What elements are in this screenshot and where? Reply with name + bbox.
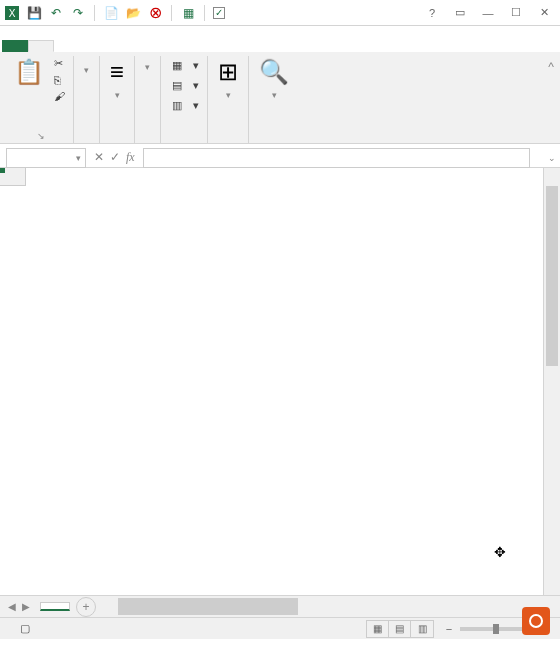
accept-formula-icon[interactable]: ✓	[110, 150, 120, 165]
zoom-controls: − +	[442, 623, 552, 635]
quick-access-toolbar: X 💾 ↶ ↷ 📄 📂 ⊗ ▦ ✓	[4, 5, 231, 21]
redo-icon[interactable]: ↷	[70, 5, 86, 21]
cell-styles-button[interactable]: ▥ ▾	[167, 96, 201, 114]
find-icon: 🔍	[259, 58, 289, 86]
paste-button[interactable]: 📋	[10, 56, 48, 90]
cells-button[interactable]: ⊞ ▾	[214, 56, 242, 102]
sheet-prev-icon[interactable]: ◀	[8, 601, 16, 612]
group-clipboard: 📋 ✂ ⎘ 🖌 ↘	[4, 56, 74, 143]
tab-insert[interactable]	[54, 40, 80, 52]
group-number: ▾	[135, 56, 161, 143]
fx-icon[interactable]: fx	[126, 150, 135, 165]
excel-icon[interactable]: X	[4, 5, 20, 21]
editing-button[interactable]: 🔍 ▾	[255, 56, 293, 102]
svg-text:X: X	[9, 8, 16, 19]
conditional-format-button[interactable]: ▦ ▾	[167, 56, 201, 74]
ribbon-options-icon[interactable]: ▭	[448, 4, 472, 22]
view-buttons: ▦ ▤ ▥	[366, 620, 434, 638]
sheet-tabs-bar: ◀ ▶ +	[0, 595, 560, 617]
copy-icon[interactable]: ⎘	[52, 73, 67, 87]
tab-view[interactable]	[184, 40, 210, 52]
save-icon[interactable]: 💾	[26, 5, 42, 21]
ribbon-tabs	[0, 26, 560, 52]
gridlines-checkbox[interactable]: ✓	[213, 7, 225, 19]
fill-handle[interactable]	[0, 168, 5, 173]
name-box-dropdown-icon[interactable]: ▾	[76, 153, 81, 163]
collapse-ribbon-icon[interactable]: ^	[542, 56, 560, 143]
vscroll-thumb[interactable]	[546, 186, 558, 366]
zoom-in-icon[interactable]: +	[534, 623, 548, 635]
new-icon[interactable]: 📄	[103, 5, 119, 21]
group-editing: 🔍 ▾	[249, 56, 299, 143]
formula-bar: ▾ ✕ ✓ fx ⌄	[0, 144, 560, 168]
ribbon: 📋 ✂ ⎘ 🖌 ↘ ▾ ≡ ▾	[0, 52, 560, 144]
help-icon[interactable]: ?	[420, 4, 444, 22]
zoom-out-icon[interactable]: −	[442, 623, 456, 635]
cancel-formula-icon[interactable]: ✕	[94, 150, 104, 165]
cell-styles-icon: ▥	[169, 97, 185, 113]
maximize-icon[interactable]: ☐	[504, 4, 528, 22]
number-button[interactable]: ▾	[141, 56, 154, 74]
status-bar: ▢ ▦ ▤ ▥ − +	[0, 617, 560, 639]
group-alignment: ≡ ▾	[100, 56, 135, 143]
cut-icon[interactable]: ✂	[52, 56, 67, 71]
cursor-icon: ✥	[494, 544, 506, 560]
close-file-icon[interactable]: ⊗	[147, 5, 163, 21]
undo-icon[interactable]: ↶	[48, 5, 64, 21]
minimize-icon[interactable]: —	[476, 4, 500, 22]
macro-record-icon[interactable]: ▢	[20, 622, 30, 635]
zoom-thumb[interactable]	[493, 624, 499, 634]
tab-developer[interactable]	[210, 40, 236, 52]
paste-icon: 📋	[14, 58, 44, 86]
tab-review[interactable]	[158, 40, 184, 52]
page-break-view-icon[interactable]: ▥	[411, 621, 433, 637]
formula-input[interactable]	[143, 148, 530, 168]
sheet-tab-active[interactable]	[40, 602, 70, 611]
name-box[interactable]: ▾	[6, 148, 86, 168]
tab-formulas[interactable]	[106, 40, 132, 52]
window-controls: ? ▭ — ☐ ✕	[420, 4, 556, 22]
group-font: ▾	[74, 56, 100, 143]
page-layout-view-icon[interactable]: ▤	[389, 621, 411, 637]
sheet-next-icon[interactable]: ▶	[22, 601, 30, 612]
open-icon[interactable]: 📂	[125, 5, 141, 21]
tab-pagelayout[interactable]	[80, 40, 106, 52]
align-icon: ≡	[110, 58, 124, 86]
tab-file[interactable]	[2, 40, 28, 52]
add-sheet-button[interactable]: +	[76, 597, 96, 617]
cond-format-icon: ▦	[169, 57, 185, 73]
sheet-nav: ◀ ▶	[8, 601, 40, 612]
expand-formula-icon[interactable]: ⌄	[548, 153, 560, 163]
cells-icon: ⊞	[218, 58, 238, 86]
table-format-icon: ▤	[169, 77, 185, 93]
format-painter-icon[interactable]: 🖌	[52, 89, 67, 103]
zoom-slider[interactable]	[460, 627, 530, 631]
tab-home[interactable]	[28, 40, 54, 52]
tab-data[interactable]	[132, 40, 158, 52]
borders-icon[interactable]: ▦	[180, 5, 196, 21]
clipboard-launcher-icon[interactable]: ↘	[37, 131, 45, 141]
group-cells: ⊞ ▾	[208, 56, 249, 143]
sheet-area: ✥	[0, 168, 560, 595]
horizontal-scrollbar[interactable]	[116, 596, 543, 617]
font-button[interactable]: ▾	[80, 56, 93, 77]
vertical-scrollbar[interactable]	[543, 168, 560, 595]
hscroll-thumb[interactable]	[118, 598, 298, 615]
close-icon[interactable]: ✕	[532, 4, 556, 22]
normal-view-icon[interactable]: ▦	[367, 621, 389, 637]
table-format-button[interactable]: ▤ ▾	[167, 76, 201, 94]
group-styles: ▦ ▾ ▤ ▾ ▥ ▾	[161, 56, 208, 143]
selected-merged-cell[interactable]	[0, 168, 4, 172]
title-bar: X 💾 ↶ ↷ 📄 📂 ⊗ ▦ ✓ ? ▭ — ☐ ✕	[0, 0, 560, 26]
alignment-button[interactable]: ≡ ▾	[106, 56, 128, 102]
